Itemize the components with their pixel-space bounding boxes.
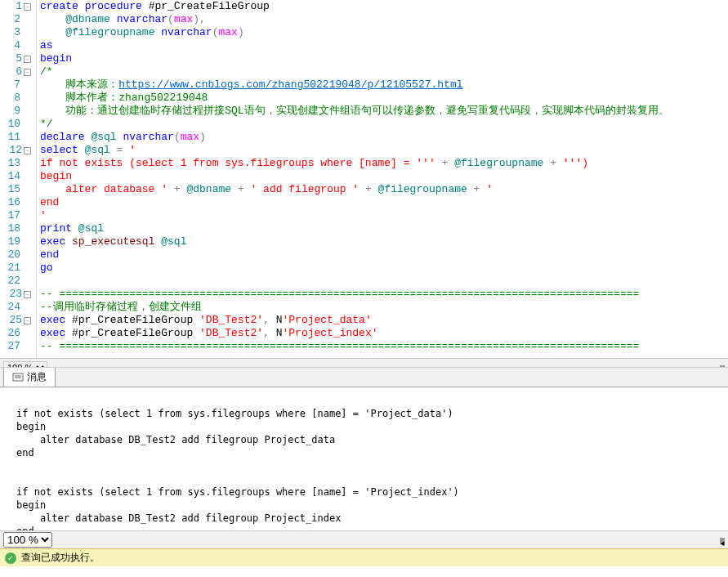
gutter-line: 6- [0,65,31,78]
scroll-marker: ▪ [720,365,725,369]
gutter-line: 25- [0,314,31,327]
code-line[interactable]: --调用临时存储过程，创建文件组 [40,301,728,314]
code-line[interactable]: go [40,262,728,275]
code-line[interactable]: @dbname nvarchar(max), [40,13,728,26]
status-text: 查询已成功执行。 [21,551,100,565]
line-gutter: 1-2345-6-789101112-131415161718192021222… [0,0,37,358]
code-line[interactable]: create procedure #pr_CreateFileGroup [40,0,728,13]
code-line[interactable]: @filegroupname nvarchar(max) [40,26,728,39]
code-line[interactable]: */ [40,118,728,131]
gutter-line: 1- [0,0,31,13]
source-url-link[interactable]: https://www.cnblogs.com/zhang502219048/p… [118,78,462,91]
code-line[interactable]: select @sql = ' [40,144,728,157]
code-line[interactable] [40,275,728,288]
zoom-select-top[interactable]: 100 % [3,361,47,369]
gutter-line: 12- [0,144,31,157]
code-line[interactable]: as [40,39,728,52]
gutter-line: 21 [0,262,31,275]
code-line[interactable]: if not exists (select 1 from sys.filegro… [40,157,728,170]
tab-messages-label: 消息 [27,370,47,384]
code-editor[interactable]: 1-2345-6-789101112-131415161718192021222… [0,0,728,368]
status-bar: ✓ 查询已成功执行。 [0,548,728,566]
gutter-line: 5- [0,52,31,65]
code-content[interactable]: create procedure #pr_CreateFileGroup @db… [37,0,728,358]
gutter-line: 16 [0,196,31,209]
gutter-line: 9 [0,105,31,118]
gutter-line: 19 [0,235,31,248]
scroll-marker: ◂ [720,538,725,543]
messages-icon [12,372,24,383]
code-line[interactable]: declare @sql nvarchar(max) [40,131,728,144]
code-line[interactable]: /* [40,65,728,78]
gutter-line: 4 [0,39,31,52]
messages-output[interactable]: if not exists (select 1 from sys.filegro… [0,387,728,530]
code-line[interactable]: 脚本来源：https://www.cnblogs.com/zhang502219… [40,78,728,92]
gutter-line: 24 [0,301,31,314]
messages-zoom-bar: 100 % ◂ [0,530,728,548]
fold-toggle[interactable]: - [24,291,31,298]
gutter-line: 10 [0,118,31,131]
fold-toggle[interactable]: - [24,3,31,11]
code-line[interactable]: 脚本作者：zhang502219048 [40,92,728,105]
code-line[interactable]: begin [40,52,728,65]
gutter-line: 8 [0,92,31,105]
code-line[interactable]: exec sp_executesql @sql [40,235,728,248]
gutter-line: 14 [0,170,31,183]
success-icon: ✓ [5,552,16,564]
gutter-line: 17 [0,209,31,222]
fold-toggle[interactable]: - [24,69,31,76]
code-line[interactable]: end [40,196,728,209]
code-line[interactable]: -- =====================================… [40,288,728,301]
code-line[interactable]: alter database ' + @dbname + ' add fileg… [40,183,728,196]
gutter-line: 23- [0,288,31,301]
code-line[interactable]: begin [40,170,728,183]
gutter-line: 20 [0,248,31,262]
code-line[interactable]: print @sql [40,222,728,235]
gutter-line: 3 [0,26,31,39]
gutter-line: 13 [0,157,31,170]
gutter-line: 15 [0,183,31,196]
gutter-line: 11 [0,131,31,144]
gutter-line: 7 [0,78,31,92]
tab-messages[interactable]: 消息 [3,367,56,387]
gutter-line: 22 [0,275,31,288]
fold-toggle[interactable]: - [24,317,31,324]
editor-zoom-bar: 100 % ▪ [0,358,728,368]
results-tabs: 消息 [0,368,728,387]
gutter-line: 2 [0,13,31,26]
code-line[interactable]: exec #pr_CreateFileGroup 'DB_Test2', N'P… [40,314,728,327]
code-line[interactable]: -- =====================================… [40,340,728,353]
fold-toggle[interactable]: - [24,56,31,63]
gutter-line: 27 [0,340,31,353]
fold-toggle[interactable]: - [24,147,31,154]
gutter-line: 26 [0,327,31,340]
gutter-line: 18 [0,222,31,235]
code-line[interactable]: exec #pr_CreateFileGroup 'DB_Test2', N'P… [40,327,728,340]
zoom-select-bottom[interactable]: 100 % [3,532,52,548]
code-line[interactable]: ' [40,209,728,222]
code-line[interactable]: end [40,248,728,262]
code-line[interactable]: 功能：通过创建临时存储过程拼接SQL语句，实现创建文件组语句可以传递参数，避免写… [40,105,728,118]
